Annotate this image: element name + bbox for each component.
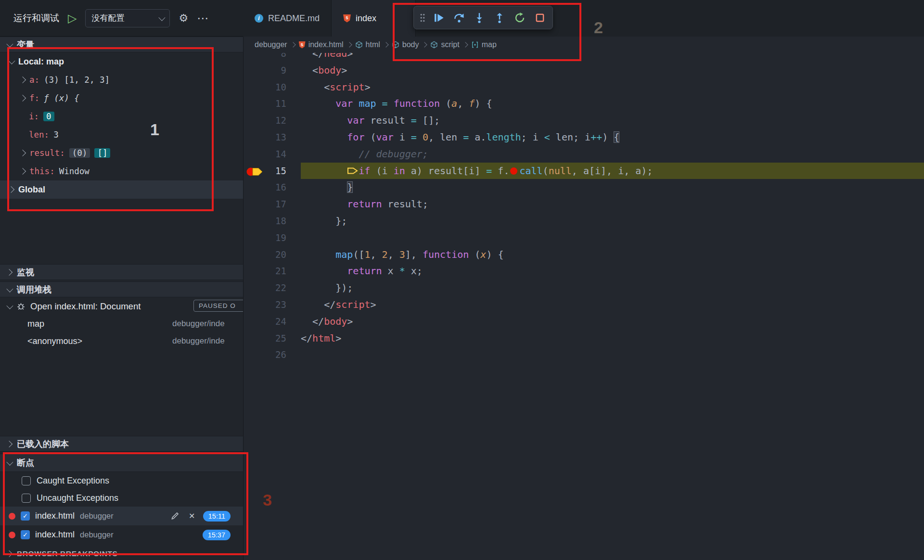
code-line-9[interactable]: 9 <body> (243, 62, 924, 79)
debug-session-row[interactable]: Open index.html: Document PAUSED O (0, 297, 243, 315)
gutter[interactable]: 10 (243, 79, 301, 96)
code-line-19[interactable]: 19 (243, 229, 924, 246)
tab-index-html[interactable]: index (332, 0, 416, 37)
code-line-22[interactable]: 22 }); (243, 280, 924, 296)
code-line-20[interactable]: 20 map([1, 2, 3], function (x) { (243, 246, 924, 263)
uncaught-exceptions-row[interactable]: Uncaught Exceptions (0, 489, 243, 507)
breadcrumb-item-map[interactable]: map (471, 40, 497, 49)
browser-breakpoints-header[interactable]: BROWSER BREAKPOINTS (0, 547, 243, 560)
gutter[interactable]: 22 (243, 280, 301, 296)
variable-row[interactable]: f:ƒ (x) { (0, 89, 243, 107)
gutter[interactable]: 12 (243, 112, 301, 129)
code-line-21[interactable]: 21 return x * x; (243, 263, 924, 280)
step-out-button[interactable] (490, 9, 509, 27)
breadcrumb-item-script[interactable]: script (430, 40, 459, 49)
line-number: 12 (243, 112, 301, 129)
stack-frame-anonymous[interactable]: <anonymous> debugger/inde (0, 332, 243, 350)
breakpoints-header[interactable]: 断点 (0, 454, 243, 472)
gutter[interactable]: 26 (243, 346, 301, 363)
edit-breakpoint-icon[interactable] (169, 510, 181, 522)
caught-exceptions-row[interactable]: Caught Exceptions (0, 472, 243, 489)
frame-name: <anonymous> (27, 336, 82, 346)
gutter[interactable]: 11 (243, 95, 301, 112)
gutter[interactable]: 19 (243, 229, 301, 246)
chevron-right-icon (346, 42, 352, 47)
loaded-scripts-header-label: 已载入的脚本 (17, 438, 69, 450)
breakpoint-row[interactable]: index.html debugger 15:37 (0, 525, 243, 544)
breakpoint-row[interactable]: index.html debugger 15:11 (0, 507, 243, 525)
variable-row[interactable]: len:3 (0, 126, 243, 144)
gutter[interactable]: 24 (243, 313, 301, 330)
chevron-down-icon (159, 14, 166, 21)
variables-header[interactable]: 变量 (0, 37, 243, 52)
uncaught-exceptions-checkbox[interactable] (22, 494, 31, 503)
code-line-15[interactable]: 15 if (i in a) result[i] = f.call(null, … (243, 163, 924, 179)
breakpoint-checkbox[interactable] (21, 511, 30, 521)
call-stack-header[interactable]: 调用堆栈 (0, 281, 243, 297)
breadcrumb-item-body[interactable]: body (392, 40, 419, 49)
stack-frame-map[interactable]: map debugger/inde (0, 315, 243, 332)
code-line-17[interactable]: 17 return result; (243, 196, 924, 213)
restart-button[interactable] (510, 9, 529, 27)
stop-button[interactable] (530, 9, 550, 27)
tab-readme[interactable]: README.md (243, 0, 332, 37)
variable-row[interactable]: a:(3) [1, 2, 3] (0, 71, 243, 89)
code-line-24[interactable]: 24 </body> (243, 313, 924, 330)
gutter[interactable]: 18 (243, 213, 301, 229)
scope-global-row[interactable]: Global (0, 180, 243, 199)
variable-row[interactable]: i:0 (0, 107, 243, 126)
gutter[interactable]: 17 (243, 196, 301, 213)
continue-button[interactable] (429, 9, 449, 27)
code-editor[interactable]: 8 </head>9 <body>10 <script>11 var map =… (243, 53, 924, 560)
gutter[interactable]: 23 (243, 296, 301, 313)
remove-breakpoint-icon[interactable] (186, 510, 198, 522)
gutter[interactable]: 9 (243, 62, 301, 79)
watch-header[interactable]: 监视 (0, 264, 243, 280)
gutter[interactable]: 20 (243, 246, 301, 263)
gutter[interactable]: 16 (243, 179, 301, 196)
drag-grip-icon[interactable] (417, 9, 428, 27)
loaded-scripts-header[interactable]: 已载入的脚本 (0, 436, 243, 452)
code-line-12[interactable]: 12 var result = []; (243, 112, 924, 129)
gutter[interactable]: 15 (243, 163, 301, 179)
start-debug-icon[interactable] (68, 13, 77, 24)
scope-local-row[interactable]: Local: map (0, 52, 243, 71)
element-icon (430, 41, 438, 49)
code-line-18[interactable]: 18 }; (243, 213, 924, 229)
variables-section: 变量 Local: map a:(3) [1, 2, 3]f:ƒ (x) {i:… (0, 37, 243, 199)
gutter[interactable]: 25 (243, 330, 301, 347)
code-lines: 8 </head>9 <body>10 <script>11 var map =… (243, 53, 924, 363)
code-line-25[interactable]: 25</html> (243, 330, 924, 347)
step-over-button[interactable] (449, 9, 469, 27)
code-line-26[interactable]: 26 (243, 346, 924, 363)
step-into-button[interactable] (470, 9, 489, 27)
more-actions-icon[interactable] (197, 12, 209, 25)
line-number: 10 (243, 79, 301, 96)
code-line-14[interactable]: 14 // debugger; (243, 146, 924, 163)
code-line-23[interactable]: 23 </script> (243, 296, 924, 313)
gutter[interactable]: 8 (243, 53, 301, 62)
code-line-10[interactable]: 10 <script> (243, 79, 924, 96)
launch-config-dropdown[interactable]: 没有配置 (85, 9, 170, 27)
code-line-16[interactable]: 16 } (243, 179, 924, 196)
gutter[interactable]: 13 (243, 129, 301, 146)
breadcrumb-item-html[interactable]: html (355, 40, 380, 49)
inline-breakpoint-icon[interactable] (510, 167, 517, 175)
chevron-right-icon (6, 440, 13, 447)
code-line-11[interactable]: 11 var map = function (a, f) { (243, 95, 924, 112)
breadcrumb-item-debugger[interactable]: debugger (255, 40, 287, 49)
gutter[interactable]: 14 (243, 146, 301, 163)
gutter[interactable]: 21 (243, 263, 301, 280)
breakpoint-checkbox[interactable] (21, 530, 30, 539)
chevron-down-icon (6, 40, 13, 47)
breakpoint-folder: debugger (80, 530, 114, 539)
variables-list: a:(3) [1, 2, 3]f:ƒ (x) {i:0len:3result:(… (0, 71, 243, 180)
variable-row[interactable]: this:Window (0, 162, 243, 180)
breadcrumb-item-index-html[interactable]: index.html (299, 40, 344, 49)
gear-icon[interactable] (179, 12, 188, 25)
variable-row[interactable]: result:(0)[] (0, 144, 243, 162)
code-line-13[interactable]: 13 for (var i = 0, len = a.length; i < l… (243, 129, 924, 146)
code-line-8[interactable]: 8 </head> (243, 53, 924, 62)
variable-value: (3) [1, 2, 3] (44, 75, 110, 85)
caught-exceptions-checkbox[interactable] (22, 476, 31, 485)
